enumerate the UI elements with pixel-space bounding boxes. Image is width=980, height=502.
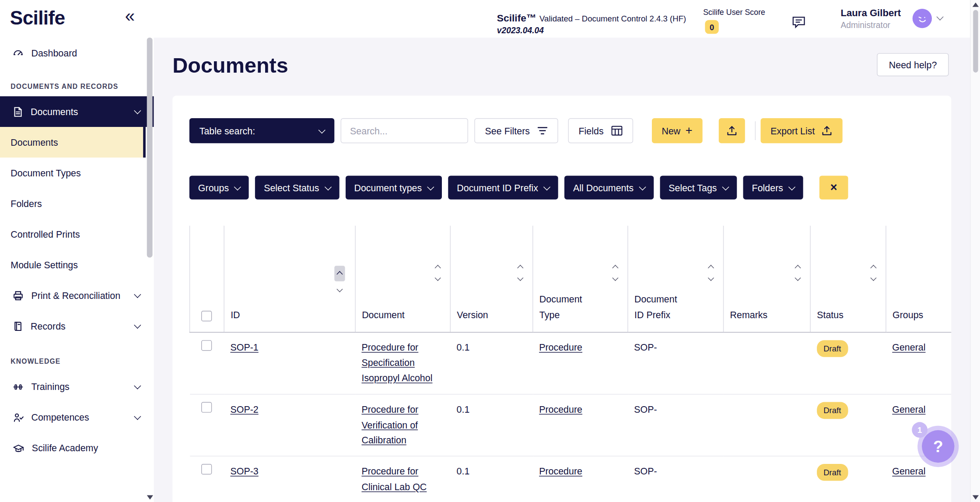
document-title-link[interactable]: Procedure for Clinical Lab QC	[361, 466, 427, 492]
groups-link[interactable]: General	[892, 342, 925, 352]
filter-document-types-dropdown[interactable]: Document types	[345, 176, 442, 199]
scroll-down-icon[interactable]	[973, 495, 979, 499]
plus-icon: +	[686, 124, 693, 137]
filter-groups-dropdown[interactable]: Groups	[189, 176, 249, 199]
sidebar-subitem-controlled-prints[interactable]: Controlled Prints	[0, 219, 146, 249]
clear-filters-button[interactable]: ×	[819, 176, 848, 199]
sidebar-item-print-reconciliation[interactable]: Print & Reconciliation	[0, 280, 154, 311]
filter-chips-row: Groups Select Status Document types Docu…	[189, 176, 951, 199]
see-filters-button[interactable]: See Filters	[474, 118, 558, 143]
sidebar-item-documents-parent[interactable]: Documents	[0, 96, 154, 127]
filter-all-documents-dropdown[interactable]: All Documents	[564, 176, 654, 199]
sidebar-item-label: Trainings	[31, 381, 69, 392]
header-remarks: Remarks	[724, 226, 811, 332]
page-title: Documents	[172, 53, 970, 77]
see-filters-label: See Filters	[485, 125, 530, 136]
sidebar-item-trainings[interactable]: Trainings	[0, 372, 154, 402]
status-badge: Draft	[816, 340, 848, 357]
sidebar-item-label: Competences	[31, 412, 89, 422]
sort-control[interactable]	[334, 266, 345, 291]
table-header-row: ID Document Version Document Type	[190, 226, 952, 332]
column-label: Groups	[892, 307, 923, 323]
sidebar-item-label: Dashboard	[31, 47, 77, 58]
sidebar-item-scilife-academy[interactable]: Scilife Academy	[0, 433, 154, 463]
filter-label: Select Status	[264, 182, 319, 193]
groups-link[interactable]: General	[892, 466, 925, 476]
sort-control[interactable]	[613, 266, 617, 280]
table-grid-icon	[611, 126, 623, 136]
sidebar-item-competences[interactable]: Competences	[0, 402, 154, 433]
sort-control[interactable]	[518, 266, 522, 280]
sort-control[interactable]	[796, 266, 800, 280]
printer-icon	[13, 290, 24, 301]
export-list-button[interactable]: Export List	[760, 118, 842, 143]
user-menu-chevron-icon[interactable]	[936, 13, 943, 20]
document-title-link[interactable]: Procedure for Verification of Calibratio…	[361, 404, 418, 445]
sidebar-item-label: Print & Reconciliation	[31, 290, 120, 301]
app-version: v2023.04.04	[497, 25, 686, 36]
user-score-badge: 0	[705, 20, 718, 34]
page-scrollbar[interactable]	[970, 0, 980, 502]
collapse-sidebar-icon[interactable]: «	[125, 6, 135, 26]
need-help-button[interactable]: Need help?	[877, 53, 949, 76]
app-title: Scilife™Validated – Document Control 2.4…	[497, 12, 686, 36]
header-id: ID	[224, 226, 355, 332]
sidebar-subitem-folders[interactable]: Folders	[0, 188, 146, 219]
filter-select-status-dropdown[interactable]: Select Status	[255, 176, 339, 199]
filter-select-tags-dropdown[interactable]: Select Tags	[660, 176, 737, 199]
document-type-link[interactable]: Procedure	[539, 466, 582, 476]
top-header: Scilife « Scilife™Validated – Document C…	[0, 0, 980, 38]
help-fab-button[interactable]: 1 ?	[922, 430, 954, 463]
column-label: Remarks	[730, 307, 768, 323]
sidebar-item-records[interactable]: Records	[0, 311, 154, 341]
sidebar-item-dashboard[interactable]: Dashboard	[0, 39, 154, 67]
document-id-link[interactable]: SOP-1	[230, 342, 258, 352]
app-window: Scilife « Scilife™Validated – Document C…	[0, 0, 980, 502]
sidebar: Dashboard DOCUMENTS AND RECORDS Document…	[0, 38, 154, 502]
new-label: New	[662, 125, 680, 136]
sort-asc-active-icon[interactable]	[334, 266, 345, 281]
sort-desc-icon[interactable]	[336, 286, 343, 292]
filter-folders-dropdown[interactable]: Folders	[743, 176, 803, 199]
filter-lines-icon	[537, 126, 547, 135]
product-detail: Validated – Document Control 2.4.3 (HF)	[539, 14, 686, 23]
version-value: 0.1	[457, 342, 470, 352]
export-list-label: Export List	[770, 125, 815, 136]
sort-control[interactable]	[436, 266, 440, 280]
sort-control[interactable]	[709, 266, 713, 280]
column-label: Document Type	[539, 292, 592, 323]
row-checkbox[interactable]	[201, 464, 211, 474]
document-type-link[interactable]: Procedure	[539, 342, 582, 352]
main-content: Documents Need help? Table search: See F…	[154, 38, 970, 502]
document-title-link[interactable]: Procedure for Specification Isopropyl Al…	[361, 342, 432, 383]
scroll-up-icon[interactable]	[973, 3, 979, 7]
sidebar-subitem-module-settings[interactable]: Module Settings	[0, 249, 146, 280]
user-avatar[interactable]	[913, 9, 932, 28]
row-checkbox[interactable]	[201, 340, 211, 350]
new-button[interactable]: New +	[652, 118, 703, 143]
documents-card: Table search: See Filters Fields	[172, 96, 951, 502]
filter-document-id-prefix-dropdown[interactable]: Document ID Prefix	[448, 176, 558, 199]
prefix-value: SOP-	[634, 466, 657, 476]
document-id-link[interactable]: SOP-2	[230, 404, 258, 414]
select-all-checkbox[interactable]	[201, 310, 212, 321]
sidebar-scroll-down-icon[interactable]	[147, 495, 153, 499]
export-icon	[821, 125, 833, 137]
search-input[interactable]	[341, 118, 468, 143]
sort-control[interactable]	[871, 266, 875, 280]
page-scrollbar-thumb[interactable]	[973, 10, 978, 73]
table-search-dropdown[interactable]: Table search:	[189, 118, 334, 143]
sidebar-scrollbar-thumb[interactable]	[147, 38, 153, 258]
row-checkbox[interactable]	[201, 402, 211, 412]
feedback-chat-icon[interactable]	[791, 15, 806, 28]
document-type-link[interactable]: Procedure	[539, 404, 582, 414]
header-groups: Groups	[886, 226, 951, 332]
sidebar-subitem-documents[interactable]: Documents	[0, 127, 146, 158]
upload-button[interactable]	[719, 118, 745, 143]
chevron-down-icon	[722, 183, 729, 190]
fields-button[interactable]: Fields	[568, 118, 633, 143]
document-id-link[interactable]: SOP-3	[230, 466, 258, 476]
groups-link[interactable]: General	[892, 404, 925, 414]
sidebar-subitem-document-types[interactable]: Document Types	[0, 158, 146, 188]
chevron-down-icon	[134, 413, 141, 420]
